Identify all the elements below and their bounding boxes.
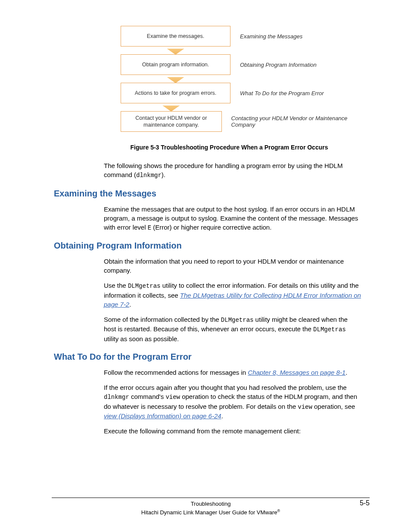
heading-examining: Examining the Messages [54, 189, 361, 199]
text: utility as soon as possible. [104, 335, 179, 342]
text: . [129, 301, 131, 308]
text: . [221, 412, 223, 420]
paragraph: Some of the information collected by the… [104, 315, 361, 343]
code-dlmgetras: DLMgetras [313, 326, 346, 333]
flow-label: Examining the Messages [240, 33, 302, 40]
text: ). [162, 171, 165, 178]
flow-row: Examine the messages. Examining the Mess… [121, 26, 361, 47]
text: operation, see [312, 403, 355, 410]
footer-book-title: Hitachi Dynamic Link Manager User Guide … [52, 509, 370, 516]
text: If the error occurs again after you thou… [104, 384, 347, 391]
code-dlmgetras: DLMgetras [128, 283, 161, 289]
figure-caption: Figure 5-3 Troubleshooting Procedure Whe… [97, 144, 361, 151]
page-number: 5-5 [360, 499, 370, 507]
flow-box-actions: Actions to take for program errors. [121, 83, 230, 103]
paragraph: If the error occurs again after you thou… [104, 383, 361, 420]
code-view: view [165, 394, 180, 401]
heading-what-to-do: What To Do for the Program Error [54, 352, 361, 362]
text: Use the [104, 282, 128, 289]
flow-row: Obtain program information. Obtaining Pr… [121, 54, 361, 75]
flow-box-examine: Examine the messages. [121, 26, 230, 47]
flow-label: What To Do for the Program Error [240, 90, 324, 96]
flow-row: Contact your HDLM vendor or maintenance … [121, 111, 361, 132]
text: Follow the recommended actions for messa… [104, 369, 248, 376]
paragraph: Follow the recommended actions for messa… [104, 368, 361, 377]
intro-paragraph: The following shows the procedure for ha… [104, 161, 361, 180]
text: . [346, 369, 347, 376]
code-dlmgetras: DLMgetras [221, 317, 254, 324]
text: Hitachi Dynamic Link Manager User Guide … [141, 509, 277, 516]
flow-label: Obtaining Program Information [240, 62, 317, 68]
code-dlnkmgr: dlnkmgr [136, 172, 162, 179]
link-chapter8[interactable]: Chapter 8, Messages on page 8-1 [248, 369, 346, 376]
footer-section: Troubleshooting [191, 501, 231, 507]
flowchart: Examine the messages. Examining the Mess… [121, 26, 361, 132]
text: command's [129, 393, 166, 400]
link-view-op[interactable]: view (Displays Information) on page 6-24 [104, 412, 221, 420]
code-e: E [148, 224, 151, 231]
paragraph: Examine the messages that are output to … [104, 205, 361, 233]
code-view: view [298, 404, 312, 411]
text: (Error) or higher require corrective act… [151, 224, 271, 231]
text: Some of the information collected by the [104, 316, 221, 323]
heading-obtaining: Obtaining Program Information [54, 241, 361, 251]
paragraph: Use the DLMgetras utility to collect the… [104, 281, 361, 309]
flow-box-obtain: Obtain program information. [121, 54, 230, 75]
page-footer: Troubleshooting 5-5 Hitachi Dynamic Link… [52, 498, 370, 516]
code-dlnkmgr: dlnkmgr [104, 394, 129, 401]
flow-row: Actions to take for program errors. What… [121, 83, 361, 103]
flow-box-contact: Contact your HDLM vendor or maintenance … [121, 111, 222, 132]
paragraph: Obtain the information that you need to … [104, 257, 361, 275]
registered-icon: ® [277, 509, 280, 513]
paragraph: Execute the following command from the r… [104, 426, 361, 436]
flow-label: Contacting your HDLM Vendor or Maintenan… [231, 115, 361, 128]
